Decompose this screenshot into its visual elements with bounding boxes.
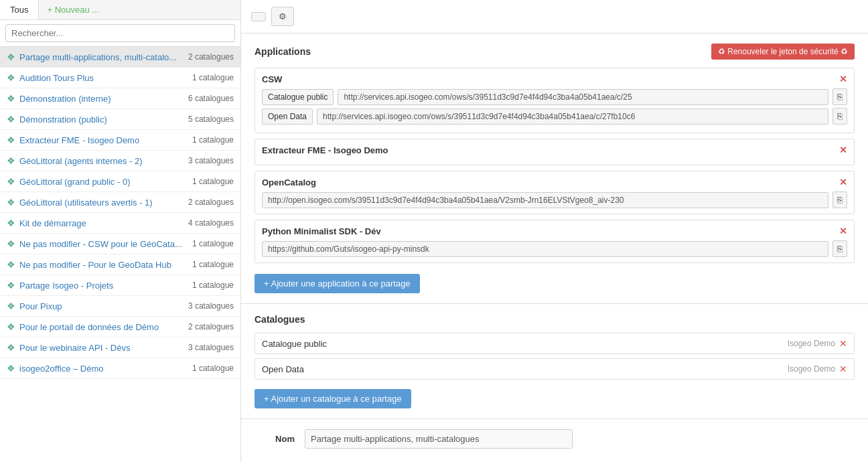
top-btn-back[interactable] (251, 12, 266, 21)
item-count: 4 catalogues (188, 218, 234, 228)
item-label: Démonstration (interne) (19, 94, 188, 104)
tab-tous[interactable]: Tous (0, 0, 39, 19)
app-item: Python Minimalist SDK - Dév ✕ https://gi… (255, 220, 855, 263)
sidebar-item[interactable]: ❖ Pour le portail de données de Démo 2 c… (0, 317, 240, 337)
search-input[interactable] (5, 24, 235, 42)
btn-ajouter-app[interactable]: + Ajouter une application à ce partage (255, 274, 420, 293)
remove-app-icon[interactable]: ✕ (839, 74, 847, 84)
url-label: Catalogue public (262, 89, 334, 105)
catalogues-title: Catalogues (255, 314, 305, 325)
app-name: Extracteur FME - Isogeo Demo (262, 145, 388, 155)
item-label: GéoLittoral (utilisateurs avertis - 1) (19, 198, 188, 208)
item-icon: ❖ (7, 218, 15, 228)
applications-section: Applications ♻ Renouveler le jeton de sé… (241, 33, 868, 304)
catalog-name: Catalogue public (262, 339, 327, 349)
app-name: OpenCatalog (262, 177, 316, 187)
sidebar-item[interactable]: ❖ Ne pas modifier - Pour le GeoData Hub … (0, 254, 240, 275)
app-item-header: OpenCatalog ✕ (262, 177, 847, 187)
catalog-owner: Isogeo Demo (788, 364, 835, 374)
item-count: 1 catalogue (192, 364, 234, 373)
sidebar-item[interactable]: ❖ GéoLittoral (grand public - 0) 1 catal… (0, 171, 240, 192)
app-url-row: Catalogue public http://services.api.iso… (262, 88, 847, 105)
url-value: http://services.api.isogeo.com/ows/s/395… (338, 89, 828, 105)
item-label: Partage Isogeo - Projets (19, 281, 192, 291)
item-count: 3 catalogues (188, 343, 234, 352)
catalog-item: Catalogue public Isogeo Demo ✕ (255, 333, 855, 354)
app-name: CSW (262, 74, 282, 84)
catalog-owner: Isogeo Demo (788, 339, 835, 348)
item-icon: ❖ (7, 197, 15, 208)
item-icon: ❖ (7, 280, 15, 291)
item-label: GéoLittoral (grand public - 0) (19, 177, 192, 187)
sidebar-item[interactable]: ❖ Pour le webinaire API - Dévs 3 catalog… (0, 337, 240, 358)
remove-app-icon[interactable]: ✕ (839, 145, 847, 155)
sidebar: Tous + Nouveau ... ❖ Partage multi-appli… (0, 0, 241, 462)
catalog-right: Isogeo Demo ✕ (788, 338, 847, 349)
remove-app-icon[interactable]: ✕ (839, 226, 847, 236)
catalog-right: Isogeo Demo ✕ (788, 364, 847, 374)
name-input[interactable] (305, 429, 573, 449)
url-value: http://services.api.isogeo.com/ows/s/395… (317, 108, 828, 125)
name-label: Nom (255, 434, 295, 444)
url-copy-btn[interactable]: ⎘ (833, 240, 847, 257)
item-icon: ❖ (7, 176, 15, 187)
item-icon: ❖ (7, 321, 15, 332)
search-box (0, 20, 240, 47)
applications-title: Applications (255, 46, 311, 57)
btn-nouveau[interactable]: + Nouveau ... (39, 1, 107, 19)
sidebar-item[interactable]: ❖ Démonstration (interne) 6 catalogues (0, 88, 240, 109)
sidebar-item[interactable]: ❖ Audition Tours Plus 1 catalogue (0, 68, 240, 88)
item-count: 1 catalogue (192, 239, 234, 248)
main-top-bar: ⚙ (241, 0, 868, 33)
sidebar-item[interactable]: ❖ Partage Isogeo - Projets 1 catalogue (0, 275, 240, 296)
url-copy-btn[interactable]: ⎘ (833, 88, 847, 105)
sidebar-item[interactable]: ❖ Kit de démarrage 4 catalogues (0, 213, 240, 234)
sidebar-item[interactable]: ❖ Extracteur FME - Isogeo Demo 1 catalog… (0, 130, 240, 151)
item-label: Partage multi-applications, multi-catalo… (19, 52, 188, 62)
item-label: Pour le webinaire API - Dévs (19, 343, 188, 353)
sidebar-header: Tous + Nouveau ... (0, 0, 240, 20)
btn-renouveler[interactable]: ♻ Renouveler le jeton de sécurité ♻ (711, 44, 855, 60)
item-label: isogeo2office – Démo (19, 364, 192, 374)
url-value: http://open.isogeo.com/s/39511d3c9d7e4f4… (262, 192, 828, 208)
app-item-header: CSW ✕ (262, 74, 847, 84)
main-content: ⚙ Applications ♻ Renouveler le jeton de … (241, 0, 868, 462)
url-label: Open Data (262, 108, 313, 125)
app-item-header: Python Minimalist SDK - Dév ✕ (262, 226, 847, 236)
remove-catalog-icon[interactable]: ✕ (839, 364, 847, 374)
sidebar-item[interactable]: ❖ Pour Pixup 3 catalogues (0, 296, 240, 317)
item-count: 1 catalogue (192, 281, 234, 290)
sidebar-item[interactable]: ❖ isogeo2office – Démo 1 catalogue (0, 358, 240, 379)
url-copy-btn[interactable]: ⎘ (833, 191, 847, 208)
item-icon: ❖ (7, 93, 15, 104)
sidebar-list: ❖ Partage multi-applications, multi-cata… (0, 47, 240, 462)
item-icon: ❖ (7, 342, 15, 353)
sidebar-item[interactable]: ❖ Ne pas modifier - CSW pour le GéoCata.… (0, 234, 240, 254)
app-single-url: https://github.com/Guts/isogeo-api-py-mi… (262, 240, 847, 257)
sidebar-item[interactable]: ❖ GéoLittoral (agents internes - 2) 3 ca… (0, 151, 240, 171)
item-label: Ne pas modifier - CSW pour le GéoCata... (19, 239, 192, 249)
top-btn-settings[interactable]: ⚙ (271, 7, 294, 26)
apps-list: CSW ✕ Catalogue public http://services.a… (255, 68, 855, 263)
item-label: Ne pas modifier - Pour le GeoData Hub (19, 260, 192, 270)
item-icon: ❖ (7, 52, 15, 62)
item-label: Démonstration (public) (19, 114, 188, 125)
btn-ajouter-catalogue[interactable]: + Ajouter un catalogue à ce partage (255, 389, 411, 408)
remove-app-icon[interactable]: ✕ (839, 177, 847, 187)
url-value: https://github.com/Guts/isogeo-api-py-mi… (262, 241, 828, 257)
item-label: Audition Tours Plus (19, 73, 192, 83)
app-url-row: Open Data http://services.api.isogeo.com… (262, 108, 847, 125)
url-copy-btn[interactable]: ⎘ (833, 108, 847, 125)
item-label: Pour Pixup (19, 301, 188, 311)
sidebar-item[interactable]: ❖ GéoLittoral (utilisateurs avertis - 1)… (0, 192, 240, 213)
item-icon: ❖ (7, 155, 15, 166)
item-count: 5 catalogues (188, 114, 234, 124)
catalogs-list: Catalogue public Isogeo Demo ✕ Open Data… (255, 333, 855, 380)
app-name: Python Minimalist SDK - Dév (262, 226, 381, 236)
item-icon: ❖ (7, 135, 15, 145)
name-section: Nom (241, 419, 868, 459)
remove-catalog-icon[interactable]: ✕ (839, 338, 847, 349)
item-icon: ❖ (7, 114, 15, 125)
sidebar-item[interactable]: ❖ Partage multi-applications, multi-cata… (0, 47, 240, 68)
sidebar-item[interactable]: ❖ Démonstration (public) 5 catalogues (0, 109, 240, 130)
